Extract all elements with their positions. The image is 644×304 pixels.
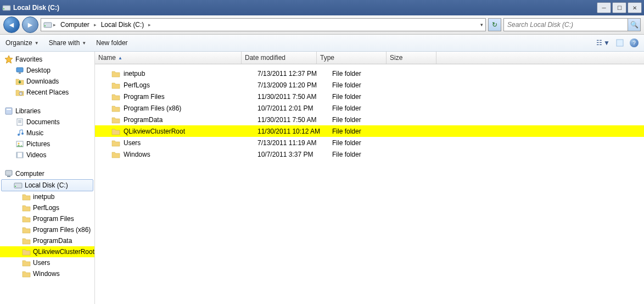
documents-icon [15, 118, 24, 126]
view-options-button[interactable]: ☷ ▼ [596, 39, 610, 47]
column-header-name[interactable]: Name ▲ [95, 52, 242, 64]
tree-label: Program Files (x86) [33, 226, 91, 234]
file-row[interactable]: PerfLogs7/13/2009 11:20 PMFile folder [95, 79, 644, 91]
help-button[interactable]: ? [630, 38, 639, 47]
column-label: Type [320, 54, 334, 62]
tree-folder-item[interactable]: Program Files (x86) [0, 224, 94, 235]
tree-lib-item[interactable]: Videos [0, 150, 94, 161]
file-name: ProgramData [124, 116, 163, 124]
computer-icon [4, 169, 13, 178]
view-icon: ☷ [596, 39, 602, 47]
breadcrumb-segment[interactable]: Computer [57, 20, 93, 30]
address-bar[interactable]: ▸ Computer ▸ Local Disk (C:) ▸ ▾ [41, 18, 486, 31]
tree-label: Documents [26, 118, 60, 126]
cell-date: 11/30/2011 10:12 AM [254, 128, 329, 135]
organize-button[interactable]: Organize ▼ [5, 39, 39, 47]
tree-fav-item[interactable]: Recent Places [0, 87, 94, 98]
column-header-date[interactable]: Date modified [242, 52, 317, 64]
file-row[interactable]: inetpub7/13/2011 12:37 PMFile folder [95, 68, 644, 79]
refresh-button[interactable]: ↻ [488, 18, 501, 31]
search-input[interactable] [506, 20, 628, 29]
file-name: inetpub [124, 70, 145, 78]
column-header-size[interactable]: Size [387, 52, 436, 64]
tree-libraries[interactable]: Libraries [0, 106, 94, 117]
folder-icon [22, 192, 31, 201]
tree-label: PerfLogs [33, 204, 59, 212]
folder-icon [22, 225, 31, 234]
chevron-icon: ▸ [94, 22, 97, 27]
file-name: PerfLogs [124, 81, 150, 89]
tree-folder-item[interactable]: PerfLogs [0, 202, 94, 213]
tree-label: Recent Places [26, 89, 69, 96]
tree-folder-item[interactable]: Program Files [0, 213, 94, 224]
drive-icon [43, 20, 52, 29]
tree-label: Local Disk (C:) [25, 181, 68, 189]
tree-label: Program Files [33, 215, 74, 223]
preview-pane-button[interactable] [615, 38, 624, 47]
tree-drive[interactable]: Local Disk (C:) [1, 179, 93, 191]
file-row[interactable]: ProgramData11/30/2011 7:50 AMFile folder [95, 114, 644, 125]
sort-ascending-icon: ▲ [118, 56, 122, 60]
tree-folder-item[interactable]: inetpub [0, 191, 94, 202]
folder-icon [111, 81, 120, 90]
tree-favorites[interactable]: Favorites [0, 54, 94, 65]
file-row[interactable]: Users7/13/2011 11:19 AMFile folder [95, 137, 644, 148]
navigation-pane: Favorites Desktop Downloads Recent Place… [0, 52, 95, 304]
tree-lib-item[interactable]: Pictures [0, 139, 94, 150]
cell-type: File folder [329, 70, 398, 78]
file-name: Program Files (x86) [124, 104, 181, 112]
command-bar: Organize ▼ Share with ▼ New folder ☷ ▼ ? [0, 35, 644, 52]
back-button[interactable]: ◄ [3, 16, 20, 33]
folder-icon [22, 203, 31, 212]
close-button[interactable]: ✕ [628, 2, 642, 13]
folder-icon [111, 127, 120, 136]
tree-folder-item[interactable]: Users [0, 257, 94, 268]
tree-folder-item[interactable]: QLikviewClusterRoot [0, 246, 94, 257]
chevron-down-icon: ▼ [82, 41, 86, 46]
search-box[interactable]: 🔍 [503, 18, 641, 31]
search-icon[interactable]: 🔍 [628, 19, 640, 31]
tree-label: ProgramData [33, 237, 72, 245]
cell-date: 11/30/2011 7:50 AM [254, 116, 329, 124]
forward-button[interactable]: ► [22, 16, 38, 33]
drive-icon [14, 181, 23, 190]
column-header-type[interactable]: Type [317, 52, 387, 64]
column-label: Size [390, 54, 402, 62]
folder-icon [111, 69, 120, 78]
file-row[interactable]: QLikviewClusterRoot11/30/2011 10:12 AMFi… [95, 125, 644, 137]
file-row[interactable]: Program Files11/30/2011 7:50 AMFile fold… [95, 91, 644, 102]
history-dropdown-icon[interactable]: ▾ [480, 22, 483, 27]
tree-label: Pictures [26, 140, 50, 148]
tree-label: Libraries [15, 107, 41, 115]
tree-folder-item[interactable]: Windows [0, 268, 94, 279]
file-name: QLikviewClusterRoot [124, 128, 185, 135]
file-row[interactable]: Program Files (x86)10/7/2011 2:01 PMFile… [95, 102, 644, 114]
tree-label: Users [33, 259, 50, 267]
minimize-button[interactable]: ─ [597, 2, 611, 13]
share-with-button[interactable]: Share with ▼ [49, 39, 87, 47]
column-label: Name [98, 54, 116, 62]
maximize-button[interactable]: ☐ [612, 2, 626, 13]
preview-pane-icon [615, 38, 624, 47]
navigation-bar: ◄ ► ▸ Computer ▸ Local Disk (C:) ▸ ▾ ↻ 🔍 [0, 15, 644, 35]
column-headers: Name ▲ Date modified Type Size [95, 52, 644, 64]
cell-date: 11/30/2011 7:50 AM [254, 93, 329, 101]
tree-fav-item[interactable]: Desktop [0, 65, 94, 76]
cell-name: Users [95, 139, 254, 147]
file-row[interactable]: Windows10/7/2011 3:37 PMFile folder [95, 148, 644, 160]
tree-folder-item[interactable]: ProgramData [0, 235, 94, 246]
cell-name: Program Files [95, 92, 254, 101]
cell-name: Windows [95, 150, 254, 159]
chevron-down-icon: ▼ [603, 39, 610, 47]
folder-icon [22, 214, 31, 223]
tree-fav-item[interactable]: Downloads [0, 76, 94, 87]
tree-lib-item[interactable]: Documents [0, 117, 94, 128]
tree-label: Videos [26, 151, 46, 159]
cell-date: 10/7/2011 3:37 PM [254, 151, 329, 158]
breadcrumb-segment[interactable]: Local Disk (C:) [98, 20, 148, 30]
tree-lib-item[interactable]: Music [0, 128, 94, 139]
title-bar: Local Disk (C:) ─ ☐ ✕ [0, 0, 644, 15]
tree-computer[interactable]: Computer [0, 168, 94, 179]
column-label: Date modified [245, 54, 285, 62]
new-folder-button[interactable]: New folder [96, 39, 127, 47]
